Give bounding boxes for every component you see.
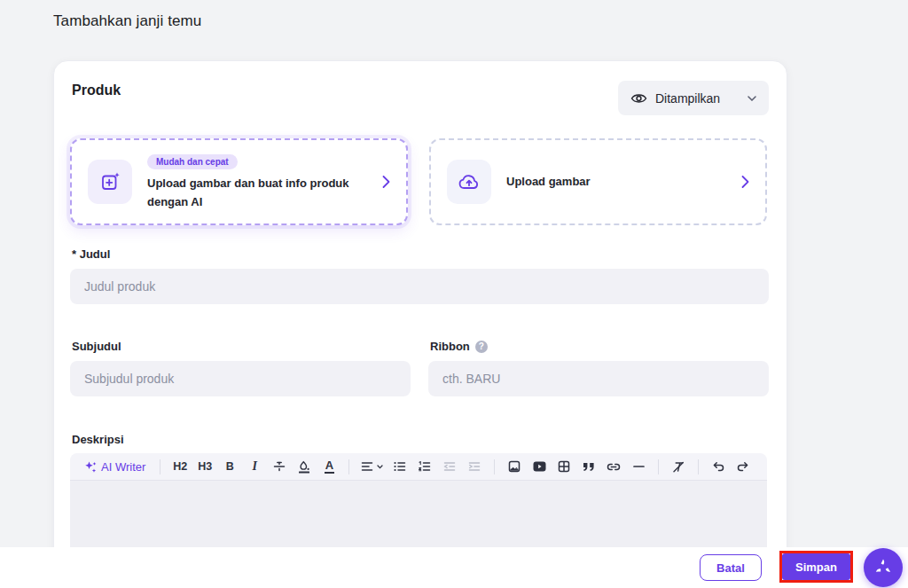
blockquote-button[interactable]: [577, 456, 600, 477]
ordered-list-icon: [419, 461, 431, 472]
undo-icon: [712, 461, 724, 472]
heading-2-button[interactable]: H2: [168, 456, 192, 477]
subjudul-label: Subjudul: [72, 340, 121, 353]
visibility-dropdown[interactable]: Ditampilkan: [618, 81, 769, 115]
question-circle-icon[interactable]: ?: [475, 341, 488, 353]
strikethrough-button[interactable]: [268, 456, 291, 477]
insert-image-button[interactable]: [503, 456, 526, 477]
align-button[interactable]: [357, 456, 387, 477]
cloud-upload-icon: [447, 160, 491, 204]
quote-icon: [583, 462, 595, 472]
image-icon: [508, 460, 521, 473]
undo-button[interactable]: [707, 456, 730, 477]
ribbon-label-text: Ribbon: [430, 340, 470, 353]
text-color-icon: A: [325, 459, 334, 474]
image-add-ai-icon: [88, 160, 132, 204]
deskripsi-label: Deskripsi: [72, 433, 124, 446]
chevron-down-icon: [377, 465, 383, 469]
upload-ai-card[interactable]: Mudah dan cepat Upload gambar dan buat i…: [70, 138, 408, 225]
judul-label: * Judul: [72, 247, 110, 261]
table-icon: [558, 460, 570, 473]
horizontal-rule-button[interactable]: [627, 456, 650, 477]
page-title: Tambahkan janji temu: [53, 12, 201, 30]
insert-video-button[interactable]: [528, 456, 551, 477]
highlight-button[interactable]: [293, 456, 316, 477]
bold-button[interactable]: B: [218, 456, 241, 477]
highlight-icon: [298, 460, 310, 474]
editor-toolbar: AI Writer H2 H3 B I A: [70, 453, 767, 480]
upload-gambar-title: Upload gambar: [506, 173, 591, 191]
text-color-button[interactable]: A: [317, 456, 340, 477]
bullet-list-button[interactable]: [388, 456, 411, 477]
click-highlight-box: Simpan: [779, 551, 853, 583]
eye-icon: [630, 92, 647, 105]
outdent-icon: [443, 461, 456, 472]
badge-mudah-dan-cepat: Mudah dan cepat: [147, 154, 238, 169]
chevron-right-icon: [741, 176, 749, 189]
toolbar-divider: [698, 459, 699, 474]
link-icon: [607, 463, 621, 471]
strikethrough-icon: [273, 460, 286, 473]
ribbon-label: Ribbon ?: [430, 340, 488, 353]
toolbar-divider: [160, 459, 160, 474]
kodee-ai-icon: [873, 557, 894, 578]
italic-button[interactable]: I: [243, 456, 266, 477]
redo-button[interactable]: [732, 456, 755, 477]
sparkles-icon: [84, 460, 98, 474]
judul-input[interactable]: [70, 269, 769, 304]
indent-button[interactable]: [463, 456, 486, 477]
ribbon-input[interactable]: [428, 361, 769, 396]
clear-format-button[interactable]: [667, 456, 690, 477]
upload-ai-title: Upload gambar dan buat info produk denga…: [147, 175, 353, 210]
ordered-list-button[interactable]: [413, 456, 436, 477]
upload-gambar-card[interactable]: Upload gambar: [429, 138, 767, 225]
save-button[interactable]: Simpan: [782, 553, 850, 580]
ai-writer-button[interactable]: AI Writer: [78, 456, 152, 477]
ai-writer-label: AI Writer: [101, 460, 145, 474]
video-icon: [533, 461, 546, 472]
upload-options: Mudah dan cepat Upload gambar dan buat i…: [70, 138, 767, 225]
cancel-button[interactable]: Batal: [700, 554, 762, 581]
panel-heading: Produk: [72, 82, 121, 98]
outdent-button[interactable]: [438, 456, 461, 477]
bullet-list-icon: [394, 461, 406, 472]
clear-format-icon: [672, 461, 685, 473]
horizontal-rule-icon: [633, 465, 645, 468]
subjudul-input[interactable]: [70, 361, 411, 396]
heading-3-button[interactable]: H3: [193, 456, 216, 477]
chevron-down-icon: [748, 96, 756, 101]
redo-icon: [737, 461, 749, 472]
indent-icon: [468, 461, 481, 472]
toolbar-divider: [494, 459, 495, 474]
align-left-icon: [361, 461, 373, 472]
produk-panel: Produk Ditampilkan Mudah dan cepat: [53, 60, 787, 588]
chevron-right-icon: [382, 176, 390, 189]
toolbar-divider: [348, 459, 349, 474]
link-button[interactable]: [602, 456, 625, 477]
insert-table-button[interactable]: [552, 456, 575, 477]
footer-action-bar: Batal Simpan: [0, 547, 908, 588]
ai-assistant-fab[interactable]: [864, 548, 903, 587]
visibility-dropdown-value: Ditampilkan: [655, 91, 720, 106]
toolbar-divider: [658, 459, 659, 474]
